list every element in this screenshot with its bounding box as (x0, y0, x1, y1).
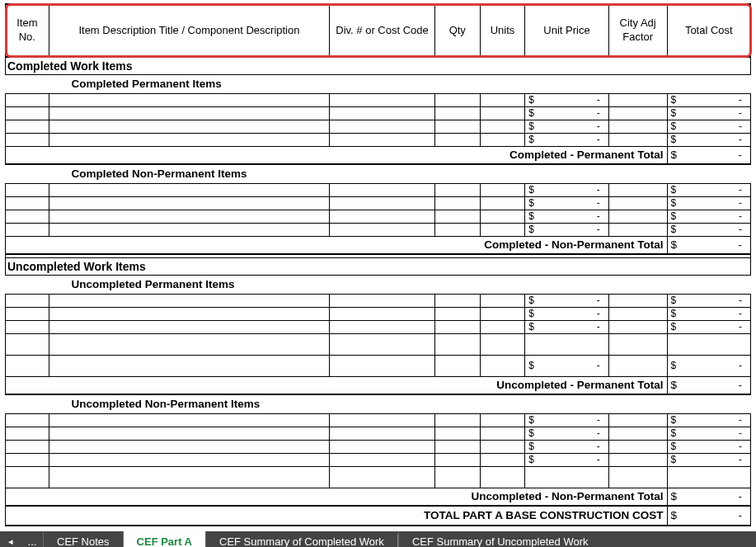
table-row[interactable]: $- $- (6, 307, 751, 320)
table-row[interactable]: $- $- (6, 107, 751, 120)
col-description: Item Description Title / Component Descr… (49, 4, 330, 57)
subtotal-label: Uncompleted - Non-Permanent Total (6, 488, 668, 506)
subtotal-label: Completed - Non-Permanent Total (6, 237, 668, 255)
col-city-adj: City Adj Factor (608, 4, 667, 57)
tab-cef-part-a[interactable]: CEF Part A (123, 531, 205, 548)
subtotal-uncompleted-nonpermanent: Uncompleted - Non-Permanent Total $- (6, 488, 751, 506)
section-uncompleted: Uncompleted Work Items (6, 257, 751, 275)
table-row[interactable]: $- $- (6, 320, 751, 333)
subsection-label: Uncompleted Permanent Items (6, 275, 751, 294)
col-item-no: Item No. (6, 4, 49, 57)
section-uncompleted-label: Uncompleted Work Items (6, 257, 751, 275)
sheet-tabs-bar: ◂ ... CEF Notes CEF Part A CEF Summary o… (0, 531, 756, 548)
col-unit-price: Unit Price (525, 4, 608, 57)
subtotal-completed-permanent: Completed - Permanent Total $- (6, 147, 751, 165)
col-units: Units (480, 4, 525, 57)
subtotal-label: Completed - Permanent Total (6, 147, 668, 165)
grand-total-label: TOTAL PART A BASE CONSTRUCTION COST (6, 506, 668, 526)
cost-estimate-table: Item No. Item Description Title / Compon… (5, 3, 751, 526)
tab-cef-summary-uncompleted[interactable]: CEF Summary of Uncompleted Work (398, 531, 602, 548)
subsection-label: Uncompleted Non-Permanent Items (6, 394, 751, 414)
tab-nav-prev[interactable]: ◂ (0, 531, 21, 548)
table-row[interactable]: $- $- (6, 224, 751, 237)
subsection-completed-permanent: Completed Permanent Items (6, 75, 751, 94)
subsection-uncompleted-nonpermanent: Uncompleted Non-Permanent Items (6, 394, 751, 414)
table-row[interactable]: $- $- (6, 94, 751, 107)
table-row[interactable]: $- $- (6, 355, 751, 376)
header-row: Item No. Item Description Title / Compon… (6, 4, 751, 57)
table-row[interactable]: $- $- (6, 184, 751, 197)
table-row[interactable]: $- $- (6, 134, 751, 147)
table-row[interactable] (6, 333, 751, 355)
grand-total-row: TOTAL PART A BASE CONSTRUCTION COST $- (6, 506, 751, 526)
section-completed: Completed Work Items (6, 57, 751, 75)
section-completed-label: Completed Work Items (6, 57, 751, 75)
subsection-uncompleted-permanent: Uncompleted Permanent Items (6, 275, 751, 294)
tab-nav-more[interactable]: ... (21, 531, 43, 548)
table-row[interactable]: $- $- (6, 427, 751, 440)
col-qty: Qty (434, 4, 480, 57)
subsection-label: Completed Permanent Items (6, 75, 751, 94)
table-row[interactable]: $- $- (6, 210, 751, 224)
table-row[interactable] (6, 466, 751, 488)
table-row[interactable]: $- $- (6, 120, 751, 134)
col-div-costcode: Div. # or Cost Code (330, 4, 435, 57)
table-row[interactable]: $- $- (6, 294, 751, 307)
subsection-completed-nonpermanent: Completed Non-Permanent Items (6, 164, 751, 184)
subtotal-completed-nonpermanent: Completed - Non-Permanent Total $- (6, 237, 751, 255)
table-row[interactable]: $- $- (6, 440, 751, 453)
col-total-cost: Total Cost (667, 4, 750, 57)
tab-cef-notes[interactable]: CEF Notes (43, 531, 123, 548)
subsection-label: Completed Non-Permanent Items (6, 164, 751, 184)
subtotal-label: Uncompleted - Permanent Total (6, 376, 668, 394)
table-row[interactable]: $- $- (6, 453, 751, 466)
tab-cef-summary-completed[interactable]: CEF Summary of Completed Work (205, 531, 397, 548)
table-row[interactable]: $- $- (6, 413, 751, 427)
subtotal-uncompleted-permanent: Uncompleted - Permanent Total $- (6, 376, 751, 394)
table-row[interactable]: $- $- (6, 197, 751, 210)
